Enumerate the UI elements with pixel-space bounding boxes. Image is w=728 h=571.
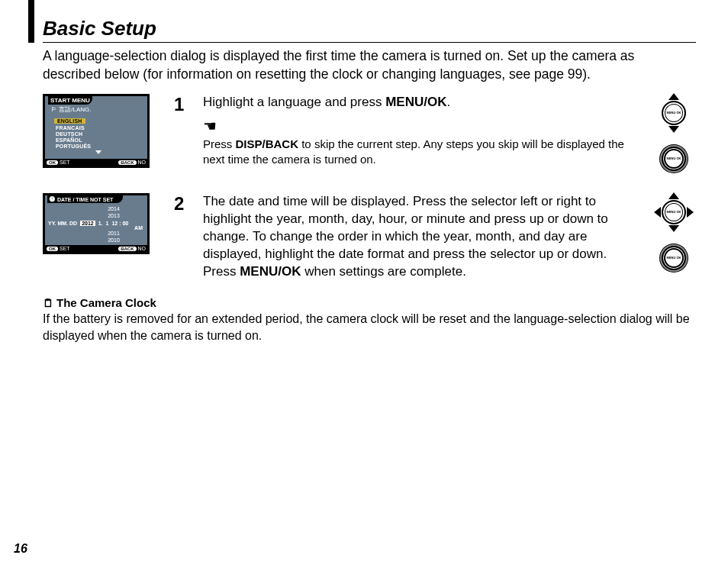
s2c: when settings are complete.	[301, 264, 465, 279]
lcd1-opt-english: ENGLISH	[54, 118, 85, 124]
lcd1-opt-francais: FRANCAIS	[54, 124, 143, 131]
lcd2-footer: OK SET BACK NO	[45, 245, 147, 252]
camera-clock-note: The Camera Clock If the battery is remov…	[43, 296, 696, 344]
s1-b1: MENU/OK	[385, 95, 446, 109]
page-tab-marker	[28, 0, 34, 43]
lcd1-opt-espanol: ESPAÑOL	[54, 137, 143, 143]
back-pill: BACK	[118, 160, 136, 165]
lcd2-ampm: AM	[45, 225, 147, 231]
step-2-controls: MENU OK MENU OK	[652, 193, 696, 277]
s1-post1: .	[446, 95, 450, 109]
lcd1-set: SET	[60, 160, 70, 165]
ok-pill-2: OK	[47, 247, 58, 251]
lcd1-subhead-text: 言語/LANG.	[59, 106, 91, 113]
lcd2-time: 12 : 00	[111, 221, 128, 226]
step-2-number: 2	[174, 195, 188, 213]
step-2: 🕐 DATE / TIME NOT SET 2014 2013 YY. MM. …	[43, 193, 696, 281]
lcd2-day: 1	[106, 221, 109, 226]
lcd1-subhead: 🏳 言語/LANG.	[45, 105, 147, 115]
lcd1-no: NO	[138, 160, 147, 165]
dial-label-4: MENU OK	[667, 256, 681, 260]
dial-icon: MENU OK	[662, 101, 686, 125]
pointing-hand-icon: ☛	[203, 116, 217, 137]
dial-label: MENU OK	[667, 111, 681, 115]
lcd2-format: YY. MM. DD	[48, 221, 77, 226]
lcd-language: START MENU 🏳 言語/LANG. ENGLISH FRANCAIS D…	[43, 94, 159, 168]
y2013: 2013	[80, 213, 147, 220]
clock-note-heading: The Camera Clock	[43, 296, 696, 309]
chevron-down-icon	[95, 150, 101, 154]
ok-pill: OK	[47, 160, 58, 165]
lcd2-year-selected: 2012	[80, 221, 95, 226]
lcd2-years-below: 2011 2010	[80, 231, 147, 244]
intro-paragraph: A language-selection dialog is displayed…	[43, 47, 696, 83]
lcd2-month: 1.	[98, 221, 103, 226]
dial-icon-3: MENU OK	[662, 200, 686, 224]
clock-note-body: If the battery is removed for an extende…	[43, 311, 696, 344]
lcd2-no: NO	[138, 246, 147, 251]
s2b: MENU/OK	[240, 264, 301, 279]
step-1-note: ☛ Press DISP/BACK to skip the current st…	[203, 116, 632, 168]
selector-ok-icon: MENU OK	[655, 140, 693, 178]
lcd1-opt-portugues: PORTUGUÊS	[54, 143, 143, 149]
dial-label-3: MENU OK	[667, 211, 681, 214]
page-title: Basic Setup	[43, 17, 696, 43]
lcd2-set: SET	[60, 246, 70, 251]
lcd2-title: 🕐 DATE / TIME NOT SET	[47, 195, 123, 203]
selector-ok-icon-2: MENU OK	[655, 239, 693, 277]
back-pill-2: BACK	[118, 247, 136, 251]
s1n-b: DISP/BACK	[236, 137, 299, 150]
dial-label-2: MENU OK	[667, 157, 681, 160]
s1n-pre: Press	[203, 137, 236, 150]
step-1-text: Highlight a language and press MENU/OK. …	[203, 94, 632, 167]
dial-pressed-icon-2: MENU OK	[662, 246, 686, 270]
lcd1-footer: OK SET BACK NO	[45, 159, 147, 166]
step-2-text: The date and time will be displayed. Pre…	[203, 193, 632, 281]
step-1-number: 1	[174, 95, 188, 114]
lcd-datetime: 🕐 DATE / TIME NOT SET 2014 2013 YY. MM. …	[43, 193, 159, 254]
page-number: 16	[14, 542, 27, 556]
step-1: START MENU 🏳 言語/LANG. ENGLISH FRANCAIS D…	[43, 94, 696, 178]
lcd1-opt-deutsch: DEUTSCH	[54, 131, 143, 137]
lcd2-years-above: 2014 2013	[80, 206, 147, 220]
step-1-controls: MENU OK MENU OK	[652, 94, 696, 178]
y2014: 2014	[80, 206, 147, 213]
y2010: 2010	[80, 237, 147, 244]
selector-4way-icon: MENU OK	[655, 193, 693, 231]
lcd2-title-text: DATE / TIME NOT SET	[57, 197, 113, 202]
s1-pre: Highlight a language and press	[203, 95, 385, 109]
selector-updown-icon: MENU OK	[655, 94, 693, 132]
y2011: 2011	[80, 231, 147, 237]
dial-pressed-icon: MENU OK	[662, 147, 686, 171]
lcd1-title: START MENU	[48, 96, 92, 105]
lcd1-options: ENGLISH FRANCAIS DEUTSCH ESPAÑOL PORTUGU…	[54, 118, 143, 156]
